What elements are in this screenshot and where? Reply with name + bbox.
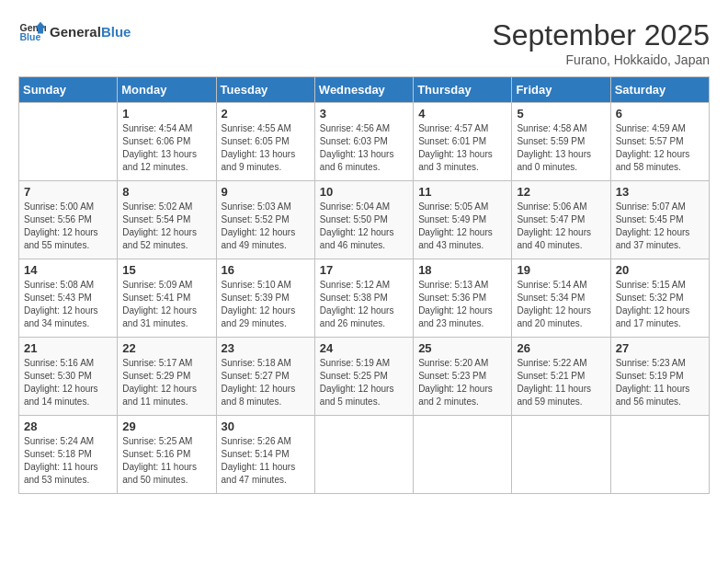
day-info: Sunrise: 5:02 AM Sunset: 5:54 PM Dayligh…: [122, 201, 210, 252]
day-number: 11: [418, 185, 506, 199]
week-row-5: 28Sunrise: 5:24 AM Sunset: 5:18 PM Dayli…: [19, 416, 710, 494]
day-info: Sunrise: 4:54 AM Sunset: 6:06 PM Dayligh…: [122, 122, 210, 174]
title-block: September 2025 Furano, Hokkaido, Japan: [492, 18, 710, 67]
day-info: Sunrise: 5:09 AM Sunset: 5:41 PM Dayligh…: [122, 279, 210, 330]
day-info: Sunrise: 5:16 AM Sunset: 5:30 PM Dayligh…: [24, 357, 112, 408]
day-info: Sunrise: 5:19 AM Sunset: 5:25 PM Dayligh…: [320, 357, 408, 408]
day-info: Sunrise: 5:03 AM Sunset: 5:52 PM Dayligh…: [222, 201, 310, 252]
day-number: 15: [122, 263, 210, 277]
week-row-3: 14Sunrise: 5:08 AM Sunset: 5:43 PM Dayli…: [19, 259, 710, 338]
day-number: 14: [24, 263, 112, 277]
calendar-cell: 3Sunrise: 4:56 AM Sunset: 6:03 PM Daylig…: [314, 103, 413, 181]
calendar-cell: 9Sunrise: 5:03 AM Sunset: 5:52 PM Daylig…: [216, 181, 314, 259]
day-info: Sunrise: 5:10 AM Sunset: 5:39 PM Dayligh…: [222, 279, 310, 330]
day-number: 10: [320, 185, 408, 199]
day-number: 8: [122, 185, 210, 199]
day-number: 16: [222, 263, 310, 277]
weekday-header-friday: Friday: [512, 77, 610, 103]
day-info: Sunrise: 5:23 AM Sunset: 5:19 PM Dayligh…: [616, 357, 704, 408]
calendar-cell: 25Sunrise: 5:20 AM Sunset: 5:23 PM Dayli…: [414, 338, 512, 416]
week-row-4: 21Sunrise: 5:16 AM Sunset: 5:30 PM Dayli…: [19, 338, 710, 416]
calendar-cell: 19Sunrise: 5:14 AM Sunset: 5:34 PM Dayli…: [512, 259, 610, 338]
weekday-header-row: SundayMondayTuesdayWednesdayThursdayFrid…: [19, 77, 710, 103]
logo: General Blue GeneralBlue: [18, 18, 131, 46]
day-number: 13: [616, 185, 704, 199]
calendar-cell: 12Sunrise: 5:06 AM Sunset: 5:47 PM Dayli…: [512, 181, 610, 259]
day-info: Sunrise: 5:14 AM Sunset: 5:34 PM Dayligh…: [517, 279, 605, 330]
day-number: 24: [320, 341, 408, 355]
calendar-cell: [19, 103, 118, 181]
svg-text:Blue: Blue: [20, 31, 41, 42]
day-info: Sunrise: 4:56 AM Sunset: 6:03 PM Dayligh…: [320, 122, 408, 174]
week-row-1: 1Sunrise: 4:54 AM Sunset: 6:06 PM Daylig…: [19, 103, 710, 181]
weekday-header-tuesday: Tuesday: [216, 77, 314, 103]
day-number: 26: [517, 341, 605, 355]
weekday-header-saturday: Saturday: [610, 77, 709, 103]
day-number: 6: [616, 107, 704, 121]
day-info: Sunrise: 5:13 AM Sunset: 5:36 PM Dayligh…: [418, 279, 506, 330]
day-info: Sunrise: 4:59 AM Sunset: 5:57 PM Dayligh…: [616, 122, 704, 174]
day-info: Sunrise: 5:08 AM Sunset: 5:43 PM Dayligh…: [24, 279, 112, 330]
day-number: 25: [418, 341, 506, 355]
day-number: 5: [517, 107, 605, 121]
weekday-header-sunday: Sunday: [19, 77, 118, 103]
day-number: 19: [517, 263, 605, 277]
calendar-cell: 7Sunrise: 5:00 AM Sunset: 5:56 PM Daylig…: [19, 181, 118, 259]
day-info: Sunrise: 4:55 AM Sunset: 6:05 PM Dayligh…: [222, 122, 310, 174]
calendar-cell: 30Sunrise: 5:26 AM Sunset: 5:14 PM Dayli…: [216, 416, 314, 494]
weekday-header-monday: Monday: [118, 77, 216, 103]
day-info: Sunrise: 5:26 AM Sunset: 5:14 PM Dayligh…: [222, 435, 310, 487]
calendar-cell: 11Sunrise: 5:05 AM Sunset: 5:49 PM Dayli…: [414, 181, 512, 259]
calendar-cell: 10Sunrise: 5:04 AM Sunset: 5:50 PM Dayli…: [314, 181, 413, 259]
calendar-cell: [314, 416, 413, 494]
day-info: Sunrise: 5:00 AM Sunset: 5:56 PM Dayligh…: [24, 201, 112, 252]
day-info: Sunrise: 5:20 AM Sunset: 5:23 PM Dayligh…: [418, 357, 506, 408]
logo-blue: Blue: [101, 24, 131, 40]
calendar-cell: 15Sunrise: 5:09 AM Sunset: 5:41 PM Dayli…: [118, 259, 216, 338]
day-info: Sunrise: 5:25 AM Sunset: 5:16 PM Dayligh…: [122, 435, 210, 487]
calendar-cell: [610, 416, 709, 494]
day-number: 3: [320, 107, 408, 121]
calendar-cell: [414, 416, 512, 494]
calendar-cell: 21Sunrise: 5:16 AM Sunset: 5:30 PM Dayli…: [19, 338, 118, 416]
calendar-cell: 18Sunrise: 5:13 AM Sunset: 5:36 PM Dayli…: [414, 259, 512, 338]
day-info: Sunrise: 4:58 AM Sunset: 5:59 PM Dayligh…: [517, 122, 605, 174]
calendar-cell: 14Sunrise: 5:08 AM Sunset: 5:43 PM Dayli…: [19, 259, 118, 338]
logo-general: General: [50, 24, 101, 40]
day-number: 23: [222, 341, 310, 355]
day-number: 2: [222, 107, 310, 121]
day-info: Sunrise: 5:15 AM Sunset: 5:32 PM Dayligh…: [616, 279, 704, 330]
logo-icon: General Blue: [18, 18, 46, 46]
weekday-header-wednesday: Wednesday: [314, 77, 413, 103]
day-number: 7: [24, 185, 112, 199]
calendar-cell: 20Sunrise: 5:15 AM Sunset: 5:32 PM Dayli…: [610, 259, 709, 338]
calendar-cell: 8Sunrise: 5:02 AM Sunset: 5:54 PM Daylig…: [118, 181, 216, 259]
calendar-cell: 23Sunrise: 5:18 AM Sunset: 5:27 PM Dayli…: [216, 338, 314, 416]
calendar-cell: 29Sunrise: 5:25 AM Sunset: 5:16 PM Dayli…: [118, 416, 216, 494]
day-info: Sunrise: 5:07 AM Sunset: 5:45 PM Dayligh…: [616, 201, 704, 252]
day-number: 9: [222, 185, 310, 199]
calendar-cell: 2Sunrise: 4:55 AM Sunset: 6:05 PM Daylig…: [216, 103, 314, 181]
day-number: 28: [24, 419, 112, 433]
calendar-cell: 27Sunrise: 5:23 AM Sunset: 5:19 PM Dayli…: [610, 338, 709, 416]
day-info: Sunrise: 5:22 AM Sunset: 5:21 PM Dayligh…: [517, 357, 605, 408]
day-number: 12: [517, 185, 605, 199]
calendar-cell: 26Sunrise: 5:22 AM Sunset: 5:21 PM Dayli…: [512, 338, 610, 416]
calendar-cell: 6Sunrise: 4:59 AM Sunset: 5:57 PM Daylig…: [610, 103, 709, 181]
day-info: Sunrise: 5:18 AM Sunset: 5:27 PM Dayligh…: [222, 357, 310, 408]
day-number: 29: [122, 419, 210, 433]
day-number: 30: [222, 419, 310, 433]
calendar-table: SundayMondayTuesdayWednesdayThursdayFrid…: [18, 76, 710, 494]
calendar-cell: 13Sunrise: 5:07 AM Sunset: 5:45 PM Dayli…: [610, 181, 709, 259]
calendar-cell: 1Sunrise: 4:54 AM Sunset: 6:06 PM Daylig…: [118, 103, 216, 181]
day-number: 1: [122, 107, 210, 121]
calendar-cell: 28Sunrise: 5:24 AM Sunset: 5:18 PM Dayli…: [19, 416, 118, 494]
day-info: Sunrise: 4:57 AM Sunset: 6:01 PM Dayligh…: [418, 122, 506, 174]
day-number: 17: [320, 263, 408, 277]
day-number: 4: [418, 107, 506, 121]
calendar-cell: 4Sunrise: 4:57 AM Sunset: 6:01 PM Daylig…: [414, 103, 512, 181]
day-number: 22: [122, 341, 210, 355]
page-header: General Blue GeneralBlue September 2025 …: [18, 18, 710, 67]
day-info: Sunrise: 5:24 AM Sunset: 5:18 PM Dayligh…: [24, 435, 112, 487]
calendar-cell: 17Sunrise: 5:12 AM Sunset: 5:38 PM Dayli…: [314, 259, 413, 338]
